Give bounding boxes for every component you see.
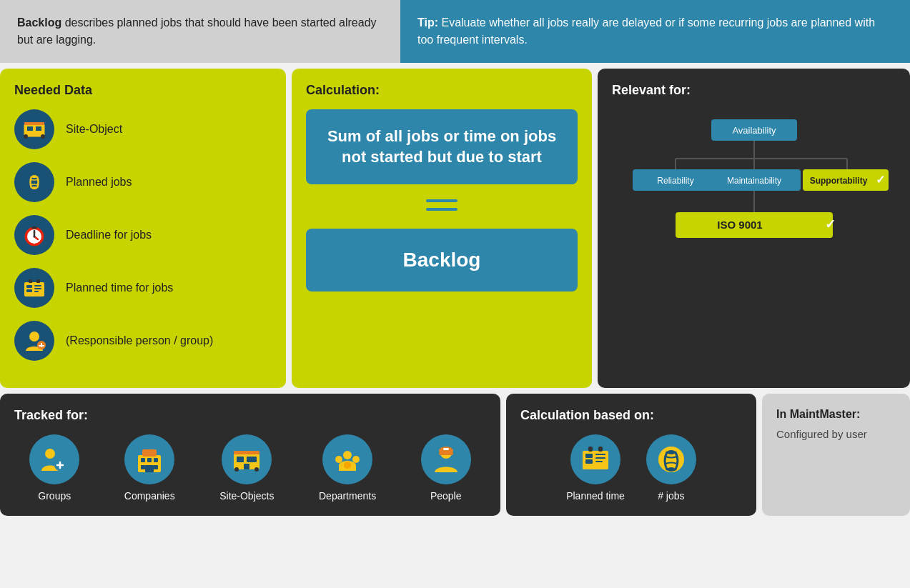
relevant-for-card: Relevant for: Availability R <box>598 69 910 388</box>
maintmaster-card: In MaintMaster: Configured by user <box>762 394 910 516</box>
backlog-result-box: Backlog <box>306 229 578 291</box>
svg-rect-17 <box>26 289 32 292</box>
needed-data-title: Needed Data <box>14 83 272 98</box>
relevant-for-title: Relevant for: <box>612 83 896 98</box>
svg-rect-3 <box>24 122 44 125</box>
tracked-for-title: Tracked for: <box>14 408 486 423</box>
svg-rect-58 <box>142 449 157 457</box>
departments-icon <box>322 434 372 484</box>
svg-rect-56 <box>154 465 158 469</box>
equals-sign <box>306 191 578 221</box>
svg-rect-2 <box>36 126 41 131</box>
backlog-description: Backlog describes planned jobs that shou… <box>0 0 400 63</box>
companies-icon <box>124 434 174 484</box>
data-item-person: (Responsible person / group) <box>14 321 272 361</box>
svg-rect-16 <box>26 285 32 288</box>
svg-rect-1 <box>27 126 33 131</box>
deadline-icon <box>14 215 54 255</box>
tip-box: Tip: Evaluate whether all jobs really ar… <box>400 0 910 63</box>
people-label: People <box>430 490 462 502</box>
maintmaster-title: In MaintMaster: <box>776 408 896 421</box>
calc-based-items-list: Planned time # jobs <box>520 434 742 502</box>
svg-point-67 <box>335 456 342 463</box>
planned-time-label: Planned time for jobs <box>66 281 173 294</box>
svg-rect-21 <box>29 279 32 283</box>
svg-text:ISO 9001: ISO 9001 <box>717 219 762 231</box>
groups-icon <box>29 434 79 484</box>
svg-point-4 <box>24 134 28 139</box>
site-object-icon <box>14 109 54 149</box>
svg-rect-53 <box>147 458 152 462</box>
data-item-deadline: Deadline for jobs <box>14 215 272 255</box>
data-item-planned-time: Planned time for jobs <box>14 268 272 308</box>
svg-point-23 <box>29 332 39 342</box>
svg-rect-72 <box>439 452 453 455</box>
svg-point-63 <box>234 467 239 472</box>
svg-point-5 <box>41 134 45 139</box>
svg-point-47 <box>45 449 55 459</box>
calc-based-card: Calculation based on: Planne <box>506 394 756 516</box>
svg-rect-62 <box>234 451 259 454</box>
calc-based-title: Calculation based on: <box>520 408 742 423</box>
svg-rect-55 <box>141 465 145 469</box>
svg-rect-52 <box>141 458 145 462</box>
calc-planned-time-icon <box>570 434 620 484</box>
person-label: (Responsible person / group) <box>66 334 213 347</box>
tracked-for-card: Tracked for: Groups <box>0 394 500 516</box>
svg-rect-54 <box>154 458 158 462</box>
people-icon <box>421 434 471 484</box>
tracked-item-groups: Groups <box>29 434 79 502</box>
svg-point-84 <box>667 467 676 472</box>
site-objects-label: Site-Objects <box>219 490 274 502</box>
top-section: Backlog describes planned jobs that shou… <box>0 0 910 63</box>
svg-text:Availability: Availability <box>732 125 776 136</box>
site-objects-icon <box>222 434 272 484</box>
calc-based-planned-time: Planned time <box>566 434 625 502</box>
svg-rect-61 <box>247 457 257 462</box>
svg-point-69 <box>344 462 351 469</box>
needed-data-card: Needed Data Site-Object <box>0 69 286 388</box>
formula-box: Sum of all jobs or time on jobs not star… <box>306 109 578 184</box>
svg-rect-18 <box>34 285 41 286</box>
data-item-site-object: Site-Object <box>14 109 272 149</box>
calc-planned-time-label: Planned time <box>566 490 625 502</box>
svg-rect-75 <box>585 454 593 458</box>
svg-rect-65 <box>244 464 249 469</box>
svg-rect-81 <box>598 447 603 452</box>
svg-point-68 <box>352 456 360 463</box>
svg-rect-26 <box>39 345 44 347</box>
svg-text:✓: ✓ <box>875 174 884 186</box>
tracked-item-departments: Departments <box>319 434 376 502</box>
svg-rect-80 <box>588 447 593 452</box>
tip-bold: Tip: <box>417 16 438 29</box>
planned-time-icon <box>14 268 54 308</box>
calc-jobs-label: # jobs <box>658 490 684 502</box>
tracked-item-people: People <box>421 434 471 502</box>
calc-jobs-icon <box>646 434 696 484</box>
calculation-card: Calculation: Sum of all jobs or time on … <box>292 69 592 388</box>
svg-rect-73 <box>443 448 449 450</box>
svg-rect-76 <box>585 459 593 464</box>
deadline-label: Deadline for jobs <box>66 229 152 241</box>
planned-jobs-icon <box>14 162 54 202</box>
svg-rect-14 <box>31 226 37 229</box>
relevance-tree: Availability Reliability Mainta <box>612 112 896 255</box>
svg-text:Maintainability: Maintainability <box>726 176 781 186</box>
planned-jobs-label: Planned jobs <box>66 176 132 189</box>
calculation-title: Calculation: <box>306 83 380 98</box>
person-icon <box>14 321 54 361</box>
data-item-planned-jobs: Planned jobs <box>14 162 272 202</box>
middle-section: Needed Data Site-Object <box>0 69 910 388</box>
svg-point-13 <box>34 236 36 238</box>
backlog-text: describes planned jobs that should have … <box>17 16 377 46</box>
departments-label: Departments <box>319 490 376 502</box>
tracked-items-list: Groups Companies <box>14 434 486 502</box>
backlog-bold: Backlog <box>17 16 61 29</box>
svg-rect-22 <box>36 279 40 283</box>
svg-point-64 <box>254 467 259 472</box>
svg-text:Supportability: Supportability <box>809 176 867 186</box>
svg-point-8 <box>31 186 37 189</box>
svg-rect-20 <box>34 291 39 292</box>
tracked-item-companies: Companies <box>124 434 175 502</box>
calc-based-jobs: # jobs <box>646 434 696 502</box>
